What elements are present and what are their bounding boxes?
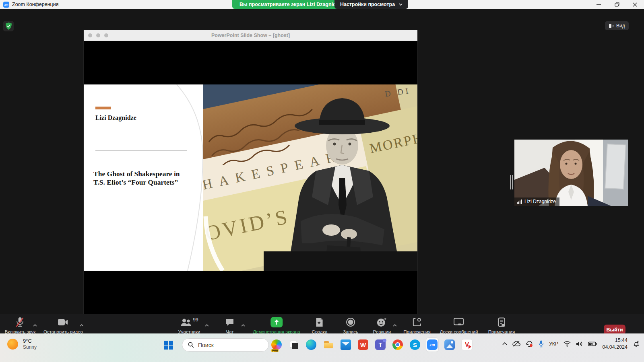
slide-divider xyxy=(95,150,187,151)
wps-office-icon: W xyxy=(358,339,368,350)
search-placeholder: Поиск xyxy=(198,342,214,348)
share-screen-button[interactable]: Демонстрация экрана xyxy=(253,317,300,334)
view-button[interactable]: Вид xyxy=(605,21,629,30)
language-indicator[interactable]: УКР xyxy=(549,341,559,347)
powerpoint-window: PowerPoint Slide Show – [ghost] Lizi Dza… xyxy=(84,30,417,315)
chevron-up-icon xyxy=(205,324,209,327)
minimize-icon xyxy=(597,2,601,7)
record-icon xyxy=(346,317,355,327)
taskbar-app-task-view[interactable] xyxy=(288,338,300,352)
pre-badge: PRE xyxy=(271,349,279,352)
audio-options-chevron[interactable] xyxy=(33,321,37,328)
search-icon xyxy=(188,342,194,348)
viewing-screen-banner: Вы просматриваете экран Lizi Dzagnidze xyxy=(232,0,349,9)
start-button[interactable] xyxy=(163,339,175,351)
whiteboard-icon xyxy=(454,318,464,327)
wifi-glyph xyxy=(564,341,571,347)
clock[interactable]: 15:44 04.04.2024 xyxy=(602,337,627,350)
participants-count: 99 xyxy=(193,317,198,323)
close-icon xyxy=(633,2,637,7)
slide-text-panel: Lizi Dzagnidze The Ghost of Shakespeare … xyxy=(84,84,203,271)
mail-icon xyxy=(341,339,351,350)
powerpoint-titlebar: PowerPoint Slide Show – [ghost] xyxy=(84,30,417,41)
microphone-muted-icon xyxy=(16,317,25,327)
chevron-up-icon xyxy=(502,342,507,345)
taskbar-app-wps[interactable]: W xyxy=(357,338,369,352)
hidden-icons-chevron[interactable] xyxy=(502,342,507,345)
audio-signal-icon xyxy=(517,200,522,204)
taskbar-search[interactable]: Поиск xyxy=(182,338,269,352)
reactions-button[interactable]: Реакции xyxy=(373,317,391,334)
taskbar-app-chrome[interactable] xyxy=(392,338,404,352)
unmute-button[interactable]: Включить звук xyxy=(5,317,36,334)
slide-title: The Ghost of Shakespeare in T.S. Eliot’s… xyxy=(93,170,194,186)
taskbar-app-copilot[interactable]: PRE xyxy=(270,338,283,352)
participants-options-chevron[interactable] xyxy=(205,321,209,328)
taskbar-app-edge[interactable] xyxy=(305,338,317,352)
zoom-titlebar: zm Zoom Конференция Вы просматриваете эк… xyxy=(0,0,644,9)
battery-glyph xyxy=(588,341,597,346)
record-button[interactable]: Запись xyxy=(343,317,358,334)
taskbar-app-skype[interactable]: S xyxy=(409,338,421,352)
chevron-down-icon xyxy=(399,3,402,6)
battery-charging-icon[interactable] xyxy=(588,341,597,346)
task-view-icon xyxy=(289,339,299,350)
collage-floor xyxy=(264,251,417,271)
wifi-icon[interactable] xyxy=(564,341,571,347)
taskbar-app-teams[interactable]: T xyxy=(374,338,386,352)
chevron-up-icon xyxy=(33,324,37,327)
minimize-button[interactable] xyxy=(590,0,608,9)
taskbar-app-photos[interactable] xyxy=(444,338,456,352)
whiteboards-button[interactable]: Доски сообщений xyxy=(440,317,478,334)
apps-button[interactable]: Приложения xyxy=(403,317,430,334)
taskbar-app-mail[interactable] xyxy=(340,338,352,352)
notification-bell-icon[interactable] xyxy=(633,340,640,348)
taskbar-app-file-explorer[interactable] xyxy=(322,338,334,352)
screen: zm Zoom Конференция Вы просматриваете эк… xyxy=(0,0,644,362)
shield-check-icon xyxy=(6,23,12,30)
participant-name-label: Lizi Dzagnidze xyxy=(514,197,559,206)
slide-image-collage: SHAKESPEARE OVID’S MORPH D DI xyxy=(203,84,417,271)
chevron-up-icon xyxy=(241,324,245,327)
microphone-in-use-icon[interactable] xyxy=(539,340,544,348)
participants-button[interactable]: 99 Участники xyxy=(178,317,200,334)
view-layout-icon xyxy=(609,23,614,29)
taskbar-app-zoom[interactable]: zm xyxy=(426,338,438,352)
chat-button[interactable]: Чат xyxy=(225,317,234,334)
video-drag-handle[interactable] xyxy=(510,175,514,189)
weather-widget[interactable]: 9°C Sunny xyxy=(7,338,37,350)
share-screen-icon xyxy=(274,319,279,325)
copilot-icon xyxy=(271,339,282,350)
video-camera-icon xyxy=(58,319,68,326)
teams-icon: T xyxy=(375,339,386,350)
file-explorer-icon xyxy=(323,339,334,350)
slide-title-line2: T.S. Eliot’s “Four Quartets” xyxy=(93,178,178,186)
summary-button[interactable]: Сводка xyxy=(312,317,328,334)
slide: Lizi Dzagnidze The Ghost of Shakespeare … xyxy=(84,84,417,271)
cloud-slash-icon[interactable] xyxy=(512,341,520,347)
ts-eliot-portrait xyxy=(264,84,417,271)
volume-icon[interactable] xyxy=(576,341,583,347)
slide-author: Lizi Dzagnidze xyxy=(95,114,136,121)
notes-button[interactable]: Примечания xyxy=(488,317,515,334)
ai-summary-icon xyxy=(316,317,324,327)
accent-bar xyxy=(95,107,111,109)
view-options-dropdown[interactable]: Настройки просмотра xyxy=(334,0,408,9)
sync-recording-icon[interactable] xyxy=(526,340,533,347)
edge-icon xyxy=(306,339,316,350)
zoom-app-icon: zm xyxy=(3,2,9,8)
participant-video[interactable]: Lizi Dzagnidze xyxy=(514,140,628,206)
close-button[interactable] xyxy=(626,0,644,9)
security-badge[interactable] xyxy=(3,21,14,31)
apps-icon xyxy=(412,317,422,327)
sync-arrow-glyph xyxy=(526,340,533,347)
bell-sleep-glyph xyxy=(633,340,640,348)
photos-icon xyxy=(444,339,455,350)
restore-button[interactable] xyxy=(608,0,626,9)
stop-video-button[interactable]: Остановить видео xyxy=(43,317,83,334)
taskbar-app-v-player[interactable]: V xyxy=(461,338,473,352)
tray-time: 15:44 xyxy=(615,337,627,343)
video-options-chevron[interactable] xyxy=(80,321,84,328)
chat-options-chevron[interactable] xyxy=(241,321,245,328)
reactions-options-chevron[interactable] xyxy=(393,321,397,328)
